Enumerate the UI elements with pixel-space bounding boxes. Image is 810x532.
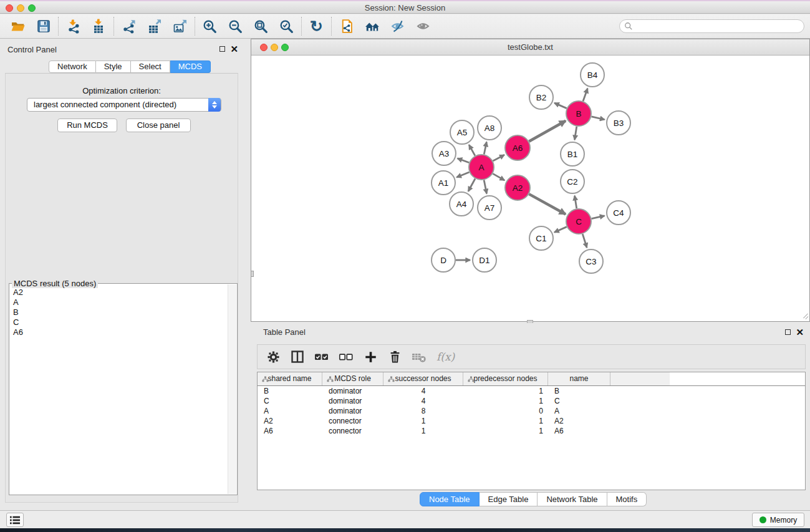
graph-edge-A-A8[interactable] <box>484 142 486 155</box>
tab-style[interactable]: Style <box>96 60 131 73</box>
run-mcds-button[interactable]: Run MCDS <box>57 118 117 132</box>
mcds-result-item[interactable]: A6 <box>10 327 227 337</box>
graph-edge-B-B4[interactable] <box>583 89 587 102</box>
mcds-result-list[interactable]: A2ABCA6 <box>10 288 227 494</box>
zoom-in-button[interactable] <box>197 16 223 37</box>
graph-edge-C-C1[interactable] <box>554 227 567 233</box>
float-table-panel-icon[interactable] <box>785 329 791 335</box>
close-panel-icon[interactable]: ✕ <box>230 46 238 52</box>
save-session-button[interactable] <box>31 16 56 37</box>
tab-motifs[interactable]: Motifs <box>607 492 647 506</box>
column-header-MCDS-role[interactable]: MCDS role <box>322 372 383 385</box>
search-input[interactable] <box>635 22 804 31</box>
graph-edge-C-C2[interactable] <box>575 196 577 209</box>
table-cell[interactable]: dominator <box>322 406 383 416</box>
zoom-fit-button[interactable] <box>248 16 274 37</box>
network-graph[interactable]: B4B2BB3A8A5A6A3B1AC2A1A2A4A7C4CC1DD1C3 <box>251 56 809 321</box>
close-table-panel-icon[interactable]: ✕ <box>796 329 804 336</box>
tab-select[interactable]: Select <box>131 60 170 73</box>
column-header-successor-nodes[interactable]: successor nodes <box>383 372 463 385</box>
float-panel-icon[interactable] <box>219 46 225 52</box>
table-cell[interactable]: A6 <box>258 426 322 436</box>
graph-edge-A-A7[interactable] <box>484 180 486 194</box>
table-cell[interactable]: A <box>548 406 610 416</box>
hide-details-button[interactable] <box>385 16 410 37</box>
mcds-result-item[interactable]: C <box>10 317 227 327</box>
table-cell[interactable]: dominator <box>322 396 383 406</box>
add-column-button[interactable] <box>361 346 380 367</box>
import-network-button[interactable] <box>60 16 86 37</box>
mcds-result-item[interactable]: A2 <box>10 288 227 297</box>
network-document-button[interactable] <box>334 16 359 37</box>
column-view-button[interactable] <box>288 346 307 367</box>
show-details-button[interactable] <box>410 16 436 37</box>
table-cell[interactable]: connector <box>322 426 383 436</box>
mcds-result-item[interactable]: B <box>10 307 227 317</box>
graph-edge-B-B2[interactable] <box>554 103 567 109</box>
search-field[interactable] <box>619 19 804 33</box>
table-cell[interactable]: B <box>548 386 610 396</box>
table-cell[interactable]: 1 <box>463 386 548 396</box>
home-neighbors-button[interactable] <box>359 16 385 37</box>
zoom-out-button[interactable] <box>223 16 248 37</box>
graph-edge-A-A5[interactable] <box>469 145 475 156</box>
graph-edge-B-B1[interactable] <box>574 127 576 140</box>
table-cell[interactable]: 0 <box>463 406 548 416</box>
graph-edge-C-C3[interactable] <box>582 234 587 248</box>
table-cell[interactable]: C <box>548 396 610 406</box>
delete-column-button[interactable] <box>385 346 404 367</box>
table-row[interactable]: Bdominator41B <box>258 386 805 396</box>
tab-node-table[interactable]: Node Table <box>420 492 480 506</box>
node-table[interactable]: shared nameMCDS rolesuccessor nodesprede… <box>257 372 806 490</box>
table-cell[interactable]: connector <box>322 416 383 426</box>
table-settings-button[interactable] <box>264 346 282 367</box>
resize-corner-icon[interactable] <box>801 313 809 321</box>
close-panel-button[interactable]: Close panel <box>126 118 191 132</box>
delete-table-button[interactable] <box>410 346 428 367</box>
table-row[interactable]: Cdominator41C <box>258 396 805 406</box>
deselect-all-button[interactable] <box>337 346 355 367</box>
table-row[interactable]: A6connector11A6 <box>258 426 805 436</box>
table-cell[interactable]: B <box>258 386 322 396</box>
table-cell[interactable]: 4 <box>383 386 463 396</box>
tab-edge-table[interactable]: Edge Table <box>480 492 538 506</box>
graph-edge-A-A4[interactable] <box>468 178 475 191</box>
graph-edge-A-A3[interactable] <box>458 158 470 163</box>
graph-edge-B-B3[interactable] <box>591 117 604 120</box>
import-table-button[interactable] <box>86 16 112 37</box>
graph-edge-A-A2[interactable] <box>493 173 504 180</box>
table-row[interactable]: A2connector11A2 <box>258 416 805 426</box>
select-all-button[interactable] <box>312 346 331 367</box>
export-table-button[interactable] <box>142 16 167 37</box>
table-cell[interactable]: A2 <box>548 416 610 426</box>
graph-edge-A-A6[interactable] <box>493 155 504 161</box>
export-network-button[interactable] <box>116 16 142 37</box>
zoom-selected-button[interactable] <box>274 16 299 37</box>
export-image-button[interactable] <box>167 16 193 37</box>
tab-mcds[interactable]: MCDS <box>170 60 211 73</box>
graph-edge-A2-C[interactable] <box>529 194 566 214</box>
memory-button[interactable]: Memory <box>752 513 804 527</box>
table-cell[interactable]: A <box>258 406 322 416</box>
scrollbar[interactable] <box>228 284 236 494</box>
criterion-dropdown[interactable]: largest connected component (directed) <box>27 98 221 112</box>
mcds-result-item[interactable]: A <box>10 297 227 307</box>
graph-edge-C-C4[interactable] <box>592 216 605 219</box>
graph-edge-A6-B[interactable] <box>529 121 566 142</box>
refresh-layout-button[interactable]: ↻ <box>304 16 329 37</box>
table-cell[interactable]: 1 <box>463 426 548 436</box>
column-header-predecessor-nodes[interactable]: predecessor nodes <box>463 372 548 385</box>
table-cell[interactable]: 1 <box>383 416 463 426</box>
panel-splitter-grip[interactable] <box>251 271 254 277</box>
table-cell[interactable]: A6 <box>548 426 610 436</box>
show-panels-button[interactable] <box>6 513 24 527</box>
table-cell[interactable]: C <box>258 396 322 406</box>
tab-network-table[interactable]: Network Table <box>538 492 607 506</box>
table-cell[interactable]: dominator <box>322 386 383 396</box>
open-session-button[interactable] <box>5 16 31 37</box>
table-cell[interactable]: A2 <box>258 416 322 426</box>
table-cell[interactable]: 4 <box>383 396 463 406</box>
table-cell[interactable]: 8 <box>383 406 463 416</box>
table-cell[interactable]: 1 <box>463 396 548 406</box>
graph-edge-A-A1[interactable] <box>456 172 469 177</box>
